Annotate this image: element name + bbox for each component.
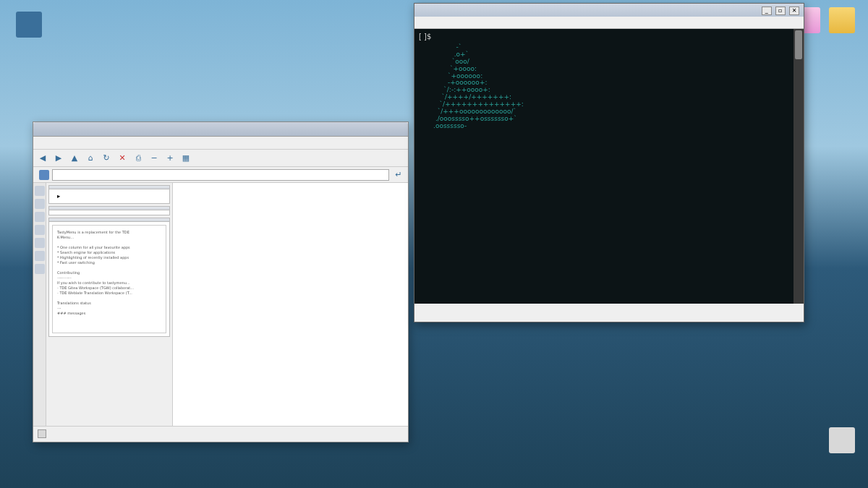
window-controls: _ ▫ ✕ [760,6,799,15]
sidebar-tabs [33,183,46,426]
sidebar-tab[interactable] [35,225,45,235]
sidebar-tab[interactable] [35,264,45,274]
maximize-button[interactable]: ▫ [775,7,786,15]
preview-content: TastyMenu is a replacement for the TDEK-… [52,225,166,333]
minimize-button[interactable]: _ [762,7,772,15]
konqueror-menubar [33,137,408,150]
sidebar-tab[interactable] [35,212,45,222]
sidebar-tab[interactable] [35,238,45,248]
panel-header[interactable] [49,218,169,222]
window-titlebar[interactable]: _ ▫ ✕ [414,4,804,17]
preview-panel: TastyMenu is a replacement for the TDEK-… [48,218,170,337]
status-icon [38,429,46,438]
back-icon[interactable]: ◀ [36,152,49,165]
konqueror-body: ▸ TastyMenu is a replacement for the TDE… [33,183,408,426]
home-icon[interactable]: ⌂ [84,152,97,165]
desktop-folder-misc[interactable] [825,7,859,35]
neofetch-output: -` .o+` `ooo/ `+oooo: `+oooooo: -+oooooo… [419,44,799,130]
prompt-line: [ ]$ [419,32,799,42]
location-input[interactable] [52,169,389,181]
file-view[interactable] [173,183,408,426]
scrollbar[interactable] [793,29,804,304]
window-titlebar[interactable] [33,122,408,137]
go-icon[interactable]: ↵ [392,168,405,181]
konsole-menubar [414,17,804,29]
sidebar-tab[interactable] [35,186,45,196]
folder-icon [829,7,855,33]
computer-icon [16,12,42,38]
trash-icon [829,427,855,453]
info-panel [48,206,170,215]
konqueror-toolbar: ◀ ▶ ▲ ⌂ ↻ ✕ ⎙ − + ▦ [33,150,408,167]
konqueror-window: ◀ ▶ ▲ ⌂ ↻ ✕ ⎙ − + ▦ ↵ ▸ [33,121,409,442]
terminal[interactable]: [ ]$ -` .o+` `ooo/ `+oooo: `+oooooo: -+o… [414,29,804,304]
info-sidebar: ▸ TastyMenu is a replacement for the TDE… [46,183,173,426]
folder-icon [39,170,49,180]
forward-icon[interactable]: ▶ [52,152,65,165]
scrollbar-thumb[interactable] [795,30,802,59]
sidebar-tab[interactable] [35,251,45,261]
print-icon[interactable]: ⎙ [132,152,145,165]
zoom-in-icon[interactable]: + [163,152,176,165]
reload-icon[interactable]: ↻ [100,152,113,165]
desktop-icon-computer[interactable] [12,12,46,39]
konqueror-location-bar: ↵ [33,167,408,183]
view-mode-icon[interactable]: ▦ [179,152,192,165]
konsole-window: _ ▫ ✕ [ ]$ -` .o+` `ooo/ `+oooo: `+ooooo [414,3,804,322]
desktop-trash[interactable] [825,427,859,455]
statusbar [33,426,408,440]
actions-panel: ▸ [48,185,170,204]
up-icon[interactable]: ▲ [68,152,81,165]
zoom-out-icon[interactable]: − [148,152,161,165]
arch-logo-ascii: -` .o+` `ooo/ `+oooo: `+oooooo: -+oooooo… [419,44,524,130]
stop-icon[interactable]: ✕ [116,152,129,165]
close-button[interactable]: ✕ [789,7,799,15]
action-viewer[interactable]: ▸ [53,192,166,201]
sidebar-tab[interactable] [35,199,45,209]
